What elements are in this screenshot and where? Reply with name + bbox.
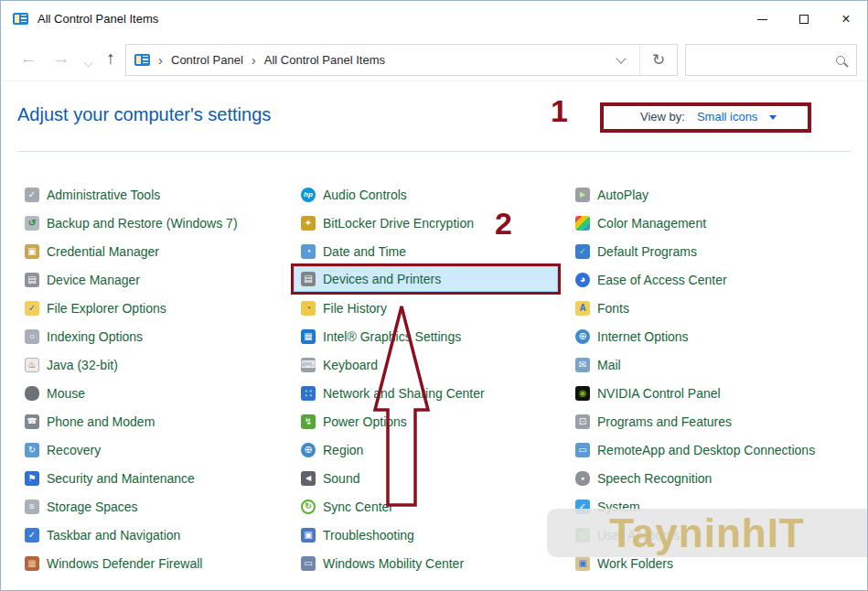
minimize-icon (757, 19, 767, 20)
dropdown-caret-icon (769, 115, 777, 120)
control-panel-item[interactable]: File Explorer Options (25, 294, 295, 322)
address-dropdown-icon[interactable] (616, 53, 626, 63)
control-panel-item[interactable]: NVIDIA Control Panel (575, 379, 866, 407)
speech-recognition-icon (575, 471, 590, 486)
control-panel-item[interactable]: Intel® Graphics Settings (301, 322, 573, 350)
control-panel-item[interactable]: Windows Mobility Center (301, 549, 573, 577)
window-controls: × (741, 1, 867, 38)
close-button[interactable]: × (825, 1, 867, 38)
control-panel-item[interactable]: Internet Options (575, 322, 866, 350)
control-panel-item[interactable]: File History (301, 294, 573, 322)
item-label: Color Management (597, 216, 706, 231)
control-panel-item[interactable]: Date and Time (301, 237, 573, 265)
breadcrumb-all-control-panel-items[interactable]: All Control Panel Items (264, 53, 385, 67)
device-manager-icon (25, 273, 39, 287)
control-panel-item[interactable]: Credential Manager (25, 237, 295, 265)
item-label: Backup and Restore (Windows 7) (47, 216, 238, 231)
security-and-maintenance-icon (25, 471, 39, 486)
recent-locations-chevron-icon[interactable] (84, 59, 93, 68)
control-panel-item[interactable]: Windows Defender Firewall (25, 549, 295, 577)
control-panel-item[interactable]: AutoPlay (575, 180, 866, 209)
control-panel-item[interactable]: Color Management (575, 209, 866, 237)
control-panel-item[interactable]: Sound (301, 464, 573, 492)
control-panel-item[interactable]: Programs and Features (575, 407, 866, 435)
control-panel-item[interactable]: RemoteApp and Desktop Connections (575, 435, 866, 464)
item-label: Region (323, 443, 363, 457)
control-panel-item[interactable]: Phone and Modem (25, 407, 295, 435)
item-label: Intel® Graphics Settings (323, 329, 461, 344)
storage-spaces-icon (25, 500, 39, 514)
title-bar: All Control Panel Items × (1, 1, 867, 38)
breadcrumb-separator: › (150, 52, 171, 68)
control-panel-item[interactable]: Security and Maintenance (25, 464, 295, 492)
sound-icon (301, 471, 316, 486)
up-icon: ↑ (106, 48, 115, 68)
control-panel-item[interactable]: Fonts (575, 294, 866, 322)
window-title: All Control Panel Items (38, 12, 158, 26)
control-panel-item[interactable]: Keyboard (301, 350, 573, 379)
item-label: Date and Time (323, 244, 406, 259)
control-panel-item[interactable]: Administrative Tools (25, 180, 295, 209)
refresh-icon: ↻ (652, 51, 665, 69)
control-panel-item[interactable]: Recovery (25, 435, 295, 464)
search-input[interactable] (697, 53, 836, 67)
item-label: Mail (597, 358, 621, 372)
control-panel-item[interactable]: Taskbar and Navigation (25, 521, 295, 549)
header-divider (17, 151, 851, 152)
control-panel-item[interactable]: Mail (575, 350, 866, 379)
control-panel-item[interactable]: Power Options (301, 407, 573, 435)
control-panel-item[interactable]: Backup and Restore (Windows 7) (25, 209, 295, 237)
item-label: NVIDIA Control Panel (597, 386, 721, 401)
control-panel-item[interactable]: Storage Spaces (25, 492, 295, 521)
item-label: Ease of Access Center (597, 273, 727, 287)
item-label: RemoteApp and Desktop Connections (597, 443, 815, 457)
up-button[interactable]: ↑ (98, 46, 123, 71)
autoplay-icon (575, 188, 590, 202)
file-history-icon (301, 301, 316, 316)
devices-and-printers-icon (301, 272, 316, 286)
back-button[interactable]: ← (16, 46, 41, 71)
item-label: Windows Defender Firewall (47, 556, 202, 571)
control-panel-item[interactable]: Ease of Access Center (575, 265, 866, 294)
bitlocker-drive-encryption-icon (301, 216, 316, 231)
item-label: Credential Manager (47, 244, 159, 259)
control-panel-item[interactable]: Region (301, 435, 573, 464)
control-panel-item[interactable]: Mouse (25, 379, 295, 407)
item-label: Network and Sharing Center (323, 386, 485, 401)
refresh-button[interactable]: ↻ (640, 50, 677, 70)
control-panel-item[interactable]: Device Manager (25, 265, 295, 294)
control-panel-item[interactable]: Troubleshooting (301, 521, 573, 549)
view-by-value[interactable]: Small icons (697, 110, 757, 124)
address-bar[interactable]: › Control Panel › All Control Panel Item… (125, 44, 678, 76)
control-panel-icon (13, 13, 28, 25)
control-panel-item[interactable]: Default Programs (575, 237, 866, 265)
control-panel-item[interactable]: Network and Sharing Center (301, 379, 573, 407)
region-icon (301, 443, 316, 457)
forward-button[interactable]: → (48, 46, 74, 71)
control-panel-item[interactable]: Devices and Printers (291, 263, 561, 295)
item-label: Audio Controls (323, 188, 407, 202)
control-panel-item[interactable]: Audio Controls (301, 180, 573, 209)
control-panel-item[interactable]: BitLocker Drive Encryption (301, 209, 573, 237)
control-panel-item[interactable]: Indexing Options (25, 322, 295, 350)
programs-and-features-icon (575, 414, 590, 429)
view-by-control[interactable]: View by: Small icons (640, 110, 777, 124)
item-label: Windows Mobility Center (323, 556, 464, 571)
breadcrumb-control-panel[interactable]: Control Panel (171, 53, 243, 67)
administrative-tools-icon (25, 188, 39, 202)
control-panel-item[interactable]: Sync Center (301, 492, 573, 521)
taskbar-and-navigation-icon (25, 528, 39, 543)
windows-mobility-center-icon (301, 556, 316, 571)
breadcrumb-separator: › (243, 52, 264, 68)
control-panel-item[interactable]: Speech Recognition (575, 464, 866, 492)
item-label: Speech Recognition (597, 471, 712, 486)
hp-audio-controls-icon (301, 188, 316, 202)
remoteapp-and-desktop-connections-icon (575, 443, 590, 457)
file-explorer-options-icon (25, 301, 39, 316)
backup-and-restore-icon (25, 216, 39, 231)
intel-graphics-settings-icon (301, 329, 316, 344)
maximize-button[interactable] (783, 1, 825, 38)
search-box[interactable] (685, 44, 857, 76)
control-panel-item[interactable]: Java (32-bit) (25, 350, 295, 379)
minimize-button[interactable] (741, 1, 783, 38)
